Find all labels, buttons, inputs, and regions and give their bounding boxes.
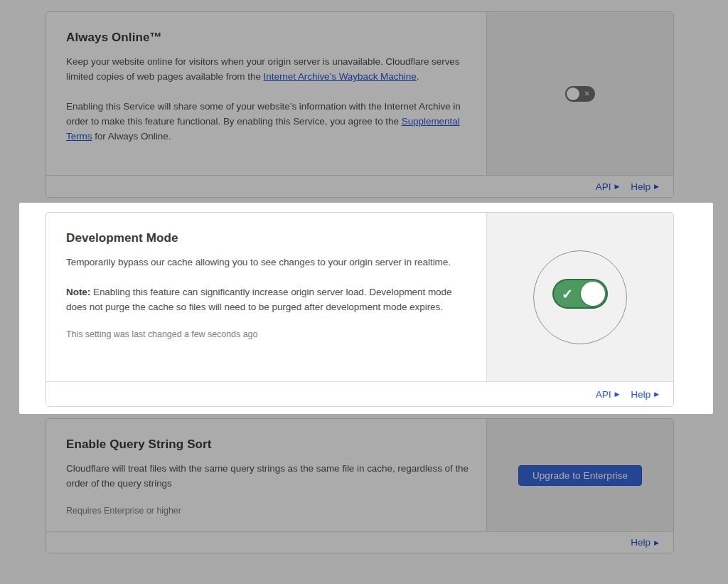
always-online-card: Always Online™ Keep your website online … bbox=[46, 11, 674, 198]
always-online-terms-paragraph: Enabling this Service will share some of… bbox=[66, 99, 469, 144]
query-string-sort-help-link[interactable]: Help▶ bbox=[631, 537, 659, 548]
always-online-terms-suffix: for Always Online. bbox=[92, 131, 171, 142]
development-mode-control-panel: ✓ bbox=[486, 213, 673, 381]
query-string-sort-control-panel: Upgrade to Enterprise bbox=[486, 419, 673, 531]
development-mode-help-link[interactable]: Help▶ bbox=[631, 389, 659, 400]
development-mode-text-panel: Development Mode Temporarily bypass our … bbox=[46, 213, 486, 381]
always-online-title: Always Online™ bbox=[66, 31, 469, 45]
chevron-right-icon: ▶ bbox=[654, 184, 659, 190]
query-string-sort-footer: Help▶ bbox=[46, 531, 673, 553]
development-mode-description: Temporarily bypass our cache allowing yo… bbox=[66, 255, 469, 270]
toggle-focus-ring: ✓ bbox=[533, 250, 627, 344]
toggle-off-cross-icon: ✕ bbox=[584, 90, 590, 97]
note-text: Enabling this feature can significantly … bbox=[66, 287, 451, 312]
toggle-knob bbox=[567, 87, 579, 100]
development-mode-api-link[interactable]: API▶ bbox=[596, 389, 620, 400]
always-online-card-body: Always Online™ Keep your website online … bbox=[46, 12, 673, 175]
query-string-sort-text-panel: Enable Query String Sort Cloudflare will… bbox=[46, 419, 486, 531]
development-mode-toggle[interactable]: ✓ bbox=[552, 279, 608, 309]
spotlight-highlight-area: Development Mode Temporarily bypass our … bbox=[19, 203, 713, 414]
api-link-label: API bbox=[596, 389, 611, 400]
query-string-sort-card-body: Enable Query String Sort Cloudflare will… bbox=[46, 419, 673, 531]
cloudflare-caching-settings-page: Always Online™ Keep your website online … bbox=[0, 0, 728, 584]
chevron-right-icon: ▶ bbox=[654, 540, 659, 546]
always-online-toggle[interactable]: ✕ bbox=[565, 86, 595, 102]
development-mode-card-body: Development Mode Temporarily bypass our … bbox=[46, 213, 673, 381]
always-online-api-link[interactable]: API▶ bbox=[596, 181, 620, 192]
help-link-label: Help bbox=[631, 181, 651, 192]
development-mode-note: Note: Enabling this feature can signific… bbox=[66, 285, 469, 314]
development-mode-title: Development Mode bbox=[66, 231, 469, 245]
always-online-footer: API▶ Help▶ bbox=[46, 175, 673, 197]
help-link-label: Help bbox=[631, 537, 651, 548]
query-string-sort-card: Enable Query String Sort Cloudflare will… bbox=[46, 418, 674, 553]
development-mode-card: Development Mode Temporarily bypass our … bbox=[46, 212, 674, 407]
query-string-sort-title: Enable Query String Sort bbox=[66, 437, 469, 452]
development-mode-last-changed-status: This setting was last changed a few seco… bbox=[66, 329, 469, 339]
chevron-right-icon: ▶ bbox=[654, 391, 659, 398]
query-string-sort-requirement: Requires Enterprise or higher bbox=[66, 506, 469, 516]
query-string-sort-description: Cloudflare will treat files with the sam… bbox=[66, 461, 469, 491]
always-online-help-link[interactable]: Help▶ bbox=[631, 181, 659, 192]
development-mode-footer: API▶ Help▶ bbox=[46, 381, 673, 406]
always-online-description-period: . bbox=[417, 71, 419, 82]
toggle-on-check-icon: ✓ bbox=[562, 287, 573, 300]
always-online-description: Keep your website online for visitors wh… bbox=[66, 54, 469, 84]
help-link-label: Help bbox=[631, 389, 651, 400]
note-label: Note: bbox=[66, 287, 90, 297]
upgrade-to-enterprise-button[interactable]: Upgrade to Enterprise bbox=[518, 465, 642, 486]
always-online-text-panel: Always Online™ Keep your website online … bbox=[46, 12, 486, 175]
always-online-control-panel: ✕ bbox=[486, 12, 673, 175]
toggle-knob bbox=[581, 282, 605, 306]
chevron-right-icon: ▶ bbox=[614, 184, 619, 190]
wayback-machine-link[interactable]: Internet Archive’s Wayback Machine bbox=[264, 71, 417, 82]
chevron-right-icon: ▶ bbox=[614, 391, 619, 398]
api-link-label: API bbox=[596, 181, 611, 192]
